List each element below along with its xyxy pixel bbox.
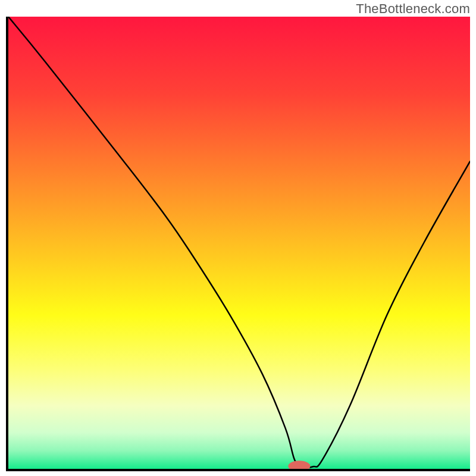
chart-background bbox=[8, 17, 470, 469]
chart-container: TheBottleneck.com bbox=[0, 0, 476, 476]
bottleneck-chart bbox=[8, 17, 470, 469]
watermark-text: TheBottleneck.com bbox=[356, 1, 470, 17]
